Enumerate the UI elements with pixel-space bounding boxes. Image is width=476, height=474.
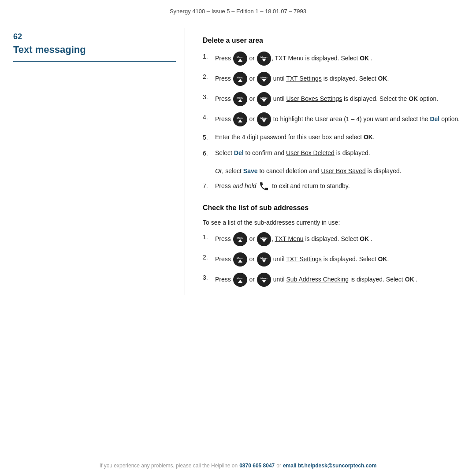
down-arrow-icon-1 [262, 59, 266, 62]
step-body-7: Press and hold to exit and return to sta… [215, 181, 463, 192]
down-arrow-icon-2-3 [262, 280, 266, 283]
page-number: 62 [13, 32, 176, 41]
step-body-4: Press Menu or Menu to highlight the User… [215, 112, 463, 126]
steps-list-2: 1. Press Menu or Menu , TXT Menu [203, 232, 463, 287]
user-box-saved-link: User Box Saved [321, 167, 366, 174]
section2-intro: To see a list of the sub-addresses curre… [203, 219, 463, 226]
step-number-2: 2. [203, 72, 215, 81]
down-button-2-1: Menu [257, 232, 271, 246]
up-arrow-icon-1 [238, 59, 242, 62]
up-button-2-3: Menu [233, 273, 247, 287]
save-label: Save [243, 167, 258, 174]
user-box-deleted-link: User Box Deleted [286, 149, 335, 156]
ok-2: OK [378, 75, 387, 82]
step-body-5: Enter the 4 digit password for this user… [215, 133, 463, 142]
step-number-2-2: 2. [203, 252, 215, 262]
txt-settings-link-2-2: TXT Settings [286, 256, 322, 263]
footer: If you experience any problems, please c… [0, 457, 476, 474]
step-number-2-3: 3. [203, 273, 215, 282]
step-4: 4. Press Menu or Menu to highlight the U… [203, 112, 463, 126]
up-arrow-icon-3 [238, 99, 242, 102]
and-hold-text: and hold [233, 182, 257, 189]
step-number-5: 5. [203, 133, 215, 142]
up-arrow-icon-2-1 [238, 239, 242, 242]
or-italic: Or [215, 167, 222, 174]
page-body: 62 Text messaging Delete a user area 1. … [0, 28, 476, 295]
up-button-2-2: Menu [233, 252, 247, 267]
down-button-2-2: Menu [257, 252, 271, 267]
down-button-4: Menu [257, 112, 271, 126]
step-body-2-2: Press Menu or Menu until TXT Settings is… [215, 252, 463, 267]
step-body-3: Press Menu or Menu until User Boxes Sett… [215, 92, 463, 106]
up-button-2-1: Menu [233, 232, 247, 246]
del-4: Del [430, 115, 439, 122]
ok-2-1: OK [360, 235, 369, 242]
step-1: 1. Press Menu or Menu , TXT Menu [203, 52, 463, 66]
up-arrow-icon-2-2 [238, 259, 242, 263]
footer-phone: 0870 605 8047 [239, 463, 275, 469]
step-body-1: Press Menu or Menu , TXT Menu is display… [215, 52, 463, 66]
step-2-1: 1. Press Menu or Menu , TXT Menu [203, 232, 463, 246]
section2-title: Check the list of sub addresses [203, 204, 463, 212]
footer-email: email bt.helpdesk@suncorptech.com [283, 463, 376, 469]
down-arrow-icon-2 [262, 79, 266, 82]
up-arrow-icon-2 [238, 79, 242, 82]
step-body-2: Press Menu or Menu until TXT Settings is… [215, 72, 463, 86]
step-5: 5. Enter the 4 digit password for this u… [203, 133, 463, 142]
sidebar: 62 Text messaging [13, 28, 185, 295]
up-button-2: Menu [233, 72, 247, 86]
step-7: 7. Press and hold to exit and return to … [203, 181, 463, 192]
up-button-1: Menu [233, 52, 247, 66]
up-arrow-icon-4 [238, 119, 242, 122]
step-2-3: 3. Press Menu or Menu until Sub Address … [203, 273, 463, 287]
step-number-1: 1. [203, 52, 215, 61]
step-3: 3. Press Menu or Menu until User Boxes S… [203, 92, 463, 106]
step-2-2: 2. Press Menu or Menu until TXT Settings… [203, 252, 463, 267]
ok-3: OK [409, 95, 418, 102]
step-number-2-1: 1. [203, 232, 215, 242]
sidebar-title: Text messaging [13, 44, 86, 55]
step-2: 2. Press Menu or Menu until TXT Settings… [203, 72, 463, 86]
user-boxes-link-3: User Boxes Settings [286, 95, 342, 102]
section1-title: Delete a user area [203, 37, 463, 44]
down-arrow-icon-2-2 [262, 259, 266, 263]
down-button-1: Menu [257, 52, 271, 66]
down-arrow-icon-3 [262, 99, 266, 102]
down-button-3: Menu [257, 92, 271, 106]
footer-middle: or [276, 463, 281, 469]
step-body-6: Select Del to confirm and User Box Delet… [215, 148, 463, 158]
txt-menu-link-1: TXT Menu [275, 55, 303, 62]
ok-2-3: OK [405, 276, 414, 283]
down-arrow-icon-2-1 [262, 239, 266, 242]
del-6: Del [234, 149, 244, 156]
sub-address-link-2-3: Sub Address Checking [286, 276, 349, 283]
footer-prefix: If you experience any problems, please c… [100, 463, 238, 469]
up-button-3: Menu [233, 92, 247, 106]
step-body-2-1: Press Menu or Menu , TXT Menu is display… [215, 232, 463, 246]
step-number-6: 6. [203, 148, 215, 158]
section-delete-user-area: Delete a user area 1. Press Menu or Menu [203, 37, 463, 192]
ok-2-2: OK [378, 256, 387, 263]
step-6: 6. Select Del to confirm and User Box De… [203, 148, 463, 158]
down-arrow-icon-4 [262, 119, 266, 122]
sidebar-divider [13, 61, 176, 62]
main-content: Delete a user area 1. Press Menu or Menu [185, 28, 463, 295]
or-line-1: Or, select Save to cancel deletion and U… [215, 166, 463, 176]
txt-settings-link-2: TXT Settings [286, 75, 322, 82]
steps-list-1b: 7. Press and hold to exit and return to … [203, 181, 463, 192]
phone-icon [259, 181, 269, 192]
step-body-2-3: Press Menu or Menu until Sub Address Che… [215, 273, 463, 287]
txt-menu-link-2-1: TXT Menu [275, 235, 303, 242]
down-button-2: Menu [257, 72, 271, 86]
step-number-7: 7. [203, 181, 215, 191]
up-button-4: Menu [233, 112, 247, 126]
down-button-2-3: Menu [257, 273, 271, 287]
ok-5: OK [364, 133, 373, 141]
step-number-3: 3. [203, 92, 215, 102]
step-number-4: 4. [203, 112, 215, 122]
header-text: Synergy 4100 – Issue 5 – Edition 1 – 18.… [170, 8, 306, 15]
section-check-sub-addresses: Check the list of sub addresses To see a… [203, 204, 463, 287]
page-header: Synergy 4100 – Issue 5 – Edition 1 – 18.… [0, 0, 476, 19]
up-arrow-icon-2-3 [238, 280, 242, 283]
ok-1: OK [360, 55, 369, 62]
